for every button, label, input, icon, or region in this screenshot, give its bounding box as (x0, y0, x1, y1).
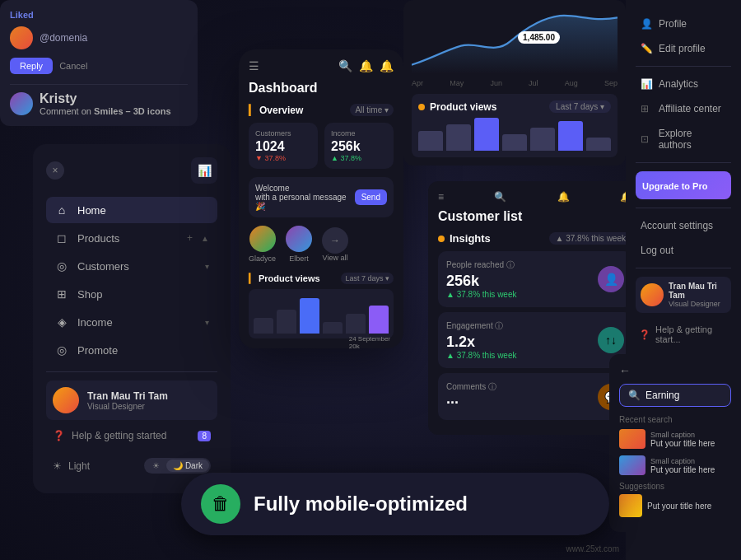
help-circle-icon: ❓ (639, 329, 650, 340)
rp-item-profile[interactable]: 👤 Profile (636, 13, 731, 35)
graph-panel: 1,485.00 Apr May Jun Jul Aug Sep Product (403, 0, 626, 166)
dot-insights-icon (438, 236, 445, 242)
upgrade-to-pro-button[interactable]: Upgrade to Pro (636, 171, 731, 199)
theme-toggle[interactable]: ☀ 🌙 Dark (144, 458, 211, 474)
nav-label-customers: Customers (77, 260, 197, 273)
view-all-arrow-icon: → (322, 227, 348, 254)
help-label: Help & getting started (72, 430, 166, 441)
chart-bar-1 (254, 318, 273, 334)
pv-big-period[interactable]: Last 7 days ▾ (549, 100, 611, 113)
pv-period[interactable]: Last 7 days ▾ (341, 273, 394, 284)
graph-container: 1,485.00 Apr May Jun Jul Aug Sep (412, 8, 618, 87)
ep-thumb-2 (619, 455, 645, 475)
sidebar-item-products[interactable]: ◻ Products + ▲ (46, 225, 217, 251)
income-icon: ◈ (54, 315, 69, 329)
engagement-icon: ↑↓ (598, 327, 624, 353)
sidebar-close-row: × 📊 (46, 157, 217, 184)
pv-label: ▎ Product views (249, 273, 320, 284)
sidebar-item-home[interactable]: ⌂ Home (46, 197, 217, 223)
shop-icon: ⊞ (54, 287, 69, 301)
rp-item-analytics[interactable]: 📊 Analytics (636, 73, 731, 95)
mobile-search-icon[interactable]: 🔍 (338, 59, 352, 72)
rp-item-account[interactable]: Account settings (636, 215, 731, 236)
edit-icon: ✏️ (641, 43, 654, 54)
rp-item-logout[interactable]: Log out (636, 240, 731, 261)
sun-icon: ☀ (53, 460, 62, 472)
cancel-button[interactable]: Cancel (59, 58, 87, 74)
nav-label-income: Income (77, 316, 197, 329)
notification-panel: Liked @domenia Reply Cancel Kristy Comme… (0, 0, 198, 126)
sidebar-close-button[interactable]: × (46, 161, 64, 180)
chart-bar-6 (369, 306, 389, 334)
theme-light-label: Light (68, 460, 90, 472)
sidebar-logo-icon: 📊 (191, 157, 217, 184)
view-all-item[interactable]: → View all (322, 227, 348, 262)
income-chevron-icon: ▾ (205, 318, 209, 327)
nav-label-home: Home (77, 204, 209, 217)
user2-item: Elbert (286, 226, 312, 263)
rp-item-affiliate[interactable]: ⊞ Affiliate center (636, 98, 731, 119)
user2-avatar (286, 226, 312, 252)
mobile-menu-icon: ☰ (249, 59, 259, 72)
rp-divider-4 (636, 268, 731, 268)
sidebar-item-promote[interactable]: ◎ Promote (46, 337, 217, 363)
theme-light-option[interactable]: ☀ (146, 460, 166, 472)
pv-bar-4 (502, 134, 527, 151)
earning-search-text: Earning (645, 390, 679, 401)
chart-bar-4 (323, 322, 343, 334)
rp-help-label: Help & getting start... (655, 324, 728, 344)
send-button[interactable]: Send (355, 189, 387, 205)
rp-item-explore-authors[interactable]: ⊡ Explore authors (636, 123, 731, 156)
graph-svg (412, 8, 618, 74)
user1-avatar (249, 226, 276, 252)
products-plus-icon: + (187, 232, 193, 244)
welcome-text: Welcome (255, 184, 355, 193)
customers-value: 1024 (255, 139, 311, 154)
analytics-icon: 📊 (641, 78, 654, 90)
earning-back-button[interactable]: ← (619, 364, 731, 377)
mobile-notification-icon[interactable]: 🔔 (359, 59, 373, 72)
ep-suggest-title-1: Put your title here (647, 502, 711, 511)
notif-handle: @domenia (40, 32, 87, 44)
overview-period[interactable]: All time ▾ (350, 104, 394, 116)
insights-period[interactable]: ▲ 37.8% this week (549, 232, 633, 245)
cp-search-icon[interactable]: 🔍 (494, 191, 506, 203)
sidebar-user[interactable]: Tran Mau Tri Tam Visual Designer (46, 380, 217, 420)
liked-label: Liked (10, 10, 188, 20)
earning-search-box[interactable]: 🔍 Earning (619, 384, 731, 407)
ep-thumb-1 (619, 429, 645, 449)
nav-label-promote: Promote (77, 344, 209, 357)
ep-result-2[interactable]: Small caption Put your title here (619, 455, 731, 475)
rp-help-item[interactable]: ❓ Help & getting start... (636, 321, 731, 348)
sidebar: × 📊 ⌂ Home ◻ Products + ▲ ◎ Customers ▾ … (33, 144, 231, 493)
sidebar-divider (46, 371, 217, 372)
income-change: ▲ 37.8% (331, 154, 387, 162)
mobile-alert-icon[interactable]: 🔔 (380, 59, 394, 72)
mobile-chart-area: 24 September 20k (249, 289, 394, 338)
sidebar-help-item[interactable]: ❓ Help & getting started 8 (46, 423, 217, 448)
ep-title-1: Put your title here (650, 439, 715, 448)
rp-user-name: Tran Mau Tri Tam (669, 282, 726, 300)
comments-value: ··· (446, 394, 598, 412)
sidebar-item-income[interactable]: ◈ Income ▾ (46, 309, 217, 335)
dot-orange-icon (418, 104, 425, 110)
pv-big-label: Product views (418, 101, 496, 113)
welcome-card: Welcome with a personal message 🎉 Send (249, 177, 394, 217)
sidebar-item-customers[interactable]: ◎ Customers ▾ (46, 253, 217, 279)
upgrade-label: Upgrade to Pro (642, 181, 707, 191)
user1-item: Gladyce (249, 226, 276, 263)
customers-chevron-icon: ▾ (205, 262, 209, 271)
people-reached-label: People reached ⓘ (446, 259, 598, 271)
rp-item-edit-profile[interactable]: ✏️ Edit profile (636, 38, 731, 59)
sidebar-item-shop[interactable]: ⊞ Shop (46, 281, 217, 307)
cp-notif-icon[interactable]: 🔔 (557, 191, 570, 203)
ep-result-1[interactable]: Small caption Put your title here (619, 429, 731, 449)
nav-label-products: Products (77, 232, 179, 245)
rp-user[interactable]: Tran Mau Tri Tam Visual Designer (636, 277, 731, 313)
explore-icon: ⊡ (641, 133, 654, 145)
reply-button[interactable]: Reply (10, 58, 53, 74)
banner-icon: 🗑 (201, 484, 240, 524)
theme-dark-option[interactable]: 🌙 Dark (166, 460, 209, 472)
comments-label: Comments ⓘ (446, 381, 598, 393)
ep-suggest-1[interactable]: Put your title here (619, 494, 731, 517)
